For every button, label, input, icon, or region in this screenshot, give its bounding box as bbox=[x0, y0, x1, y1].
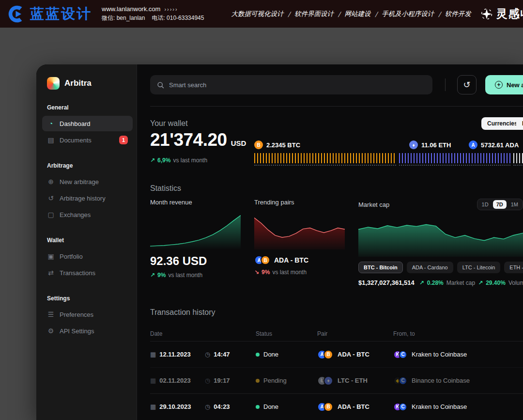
main-content: ↺ + New arbitrage Your wallet Currencies… bbox=[137, 64, 523, 420]
ada-amount: 5732.61 ADA bbox=[481, 141, 519, 149]
chip-ltc-litecoin[interactable]: LTC - Litecoin bbox=[457, 262, 501, 273]
clock-icon: ◷ bbox=[205, 351, 210, 358]
pair-label: LTC - ETH bbox=[338, 377, 368, 384]
delta-percent: 6,9% bbox=[157, 157, 170, 164]
nav-link-bigdata[interactable]: 大数据可视化设计 bbox=[231, 10, 283, 18]
sidebar-item-api-settings[interactable]: ⚙ API Settings bbox=[42, 323, 133, 339]
trending-pairs-chart bbox=[254, 210, 345, 249]
desktop-background: Arbitra General ◔ Dashboard ▤ Documents … bbox=[0, 28, 523, 420]
trend-up-icon: ↗ bbox=[419, 280, 424, 286]
status-label: Pending bbox=[263, 377, 287, 384]
route-label: Kraken to Coinbase bbox=[412, 351, 467, 358]
delta-percent: 9% bbox=[262, 269, 270, 276]
search-input-wrap[interactable] bbox=[150, 75, 432, 94]
new-arbitrage-button[interactable]: + New arbitrage bbox=[485, 75, 523, 94]
chip-btc-bitcoin[interactable]: BTC - Bitcoin bbox=[358, 262, 403, 273]
clock-icon: ◷ bbox=[205, 403, 210, 410]
nav-link-website[interactable]: 网站建设 bbox=[345, 10, 371, 18]
transaction-row[interactable]: ▦02.11.2023 ◷19:17 Pending Ł♦ LTC - ETH … bbox=[150, 367, 523, 393]
inspiration-collect[interactable]: 灵感收集 bbox=[481, 6, 523, 21]
banner-url[interactable]: www.lanlanwork.com bbox=[102, 5, 160, 13]
sidebar-section-general: General bbox=[47, 104, 128, 111]
sidebar-item-new-arbitrage[interactable]: ⊕ New arbitrage bbox=[42, 174, 133, 189]
tx-time: 04:23 bbox=[214, 403, 230, 410]
nav-link-mobile-miniapp[interactable]: 手机及小程序设计 bbox=[382, 10, 434, 18]
status-cell: Pending bbox=[256, 377, 317, 384]
wallet-section: Your wallet Currencies Exchanges 21'374.… bbox=[150, 119, 523, 172]
route-label: Binance to Coinbase bbox=[412, 377, 470, 384]
range-tabs: 1D 7D 1M bbox=[477, 199, 523, 210]
delta-suffix: vs last month bbox=[173, 157, 207, 164]
banner-wechat: 微信: ben_lanlan bbox=[102, 14, 145, 22]
lanlan-logo[interactable]: 蓝蓝设计 bbox=[8, 4, 92, 24]
from-to-cell: ◆C Binance to Coinbase bbox=[393, 376, 505, 385]
sidebar-item-arbitrage-history[interactable]: ↺ Arbitrage history bbox=[42, 190, 133, 206]
transaction-row[interactable]: ▦12.11.2023 ◷14:47 Done AB ADA - BTC KC … bbox=[150, 341, 523, 367]
eth-balance: ♦ 11.06 ETH bbox=[409, 140, 451, 149]
history-clock-icon: ↺ bbox=[463, 79, 470, 90]
coinbase-icon: C bbox=[399, 350, 407, 359]
transfer-arrows-icon: ⇄ bbox=[47, 269, 55, 277]
wallet-title: Your wallet bbox=[150, 119, 523, 128]
sidebar-item-portfolio[interactable]: ▣ Portfolio bbox=[42, 249, 133, 264]
banner-nav: 大数据可视化设计 / 软件界面设计 / 网站建设 / 手机及小程序设计 / 软件… bbox=[231, 10, 471, 18]
status-dot-done bbox=[256, 405, 260, 409]
box-icon: ▢ bbox=[47, 211, 55, 218]
sidebar-item-dashboard[interactable]: ◔ Dashboard bbox=[42, 116, 133, 131]
nav-separator: / bbox=[438, 10, 441, 18]
balance-value: 21'374.20 bbox=[150, 130, 227, 150]
exchanges-button[interactable]: Exchanges bbox=[516, 117, 523, 130]
tx-time: 19:17 bbox=[214, 377, 230, 384]
pair-cell: AB ADA - BTC bbox=[317, 402, 393, 412]
trend-down-icon: ↘ bbox=[254, 269, 259, 276]
statistics-title: Statistics bbox=[150, 184, 523, 193]
sidebar-item-documents[interactable]: ▤ Documents 1 bbox=[42, 132, 133, 148]
pair-label: ADA - BTC bbox=[274, 256, 308, 264]
status-cell: Done bbox=[256, 403, 317, 410]
statistics-section: Statistics Month revenue 92.36 USD bbox=[150, 184, 523, 296]
nav-link-software-ui[interactable]: 软件界面设计 bbox=[294, 10, 334, 18]
new-arbitrage-button-label: New arbitrage bbox=[507, 81, 523, 89]
chip-ada-cardano[interactable]: ADA - Cardano bbox=[407, 262, 453, 273]
history-button[interactable]: ↺ bbox=[457, 75, 477, 94]
market-cap-card: Market cap 1D 7D 1M bbox=[358, 199, 523, 286]
delta-percent: 9% bbox=[157, 272, 166, 279]
sidebar-item-label: API Settings bbox=[60, 327, 94, 335]
transaction-history-title: Transaction history bbox=[150, 308, 523, 317]
market-cap-delta-label: Market cap bbox=[446, 280, 475, 286]
tab-7d[interactable]: 7D bbox=[493, 200, 507, 209]
sidebar-item-transactions[interactable]: ⇄ Transactions bbox=[42, 265, 133, 280]
pair-coin-icons: A B bbox=[254, 255, 270, 265]
search-input[interactable] bbox=[169, 81, 426, 89]
pair-label: ADA - BTC bbox=[338, 351, 369, 358]
tab-1d[interactable]: 1D bbox=[478, 200, 492, 209]
sidebar-item-label: Documents bbox=[60, 137, 92, 144]
top-banner: 蓝蓝设计 www.lanlanwork.com ››››› 微信: ben_la… bbox=[0, 0, 523, 28]
tab-1m[interactable]: 1M bbox=[508, 200, 522, 209]
trend-up-icon: ↗ bbox=[478, 280, 483, 286]
toolbar-divider bbox=[445, 78, 446, 91]
arbitra-brand: Arbitra bbox=[47, 77, 128, 90]
nav-separator: / bbox=[375, 10, 378, 18]
nav-link-software-dev[interactable]: 软件开发 bbox=[445, 10, 471, 18]
from-to-cell: KC Kraken to Coinbase bbox=[393, 403, 505, 411]
chip-eth-ethereum[interactable]: ETH - Ethereum bbox=[504, 262, 523, 273]
pair-cell: Ł♦ LTC - ETH bbox=[317, 376, 393, 386]
eth-icon: ♦ bbox=[409, 140, 418, 149]
sidebar-item-preferences[interactable]: ☰ Preferences bbox=[42, 307, 133, 322]
month-revenue-title: Month revenue bbox=[150, 199, 241, 206]
month-revenue-delta: ↗ 9% vs last month bbox=[150, 272, 241, 279]
eth-bars bbox=[399, 153, 510, 166]
trend-up-icon: ↗ bbox=[150, 272, 155, 279]
column-date: Date bbox=[150, 330, 256, 337]
sidebar-item-label: Exchanges bbox=[60, 211, 91, 218]
transaction-row[interactable]: ▦29.10.2023 ◷04:23 Done AB ADA - BTC KC … bbox=[150, 393, 523, 420]
ada-bars bbox=[513, 153, 523, 166]
date-cell: ▦12.11.2023 ◷14:47 bbox=[150, 351, 256, 358]
sidebar-item-label: Dashboard bbox=[60, 120, 91, 127]
banner-contact: www.lanlanwork.com ››››› 微信: ben_lanlan … bbox=[102, 5, 204, 22]
column-status: Status bbox=[256, 330, 317, 337]
calendar-icon: ▦ bbox=[150, 351, 156, 358]
sidebar-item-label: New arbitrage bbox=[60, 178, 99, 186]
sidebar-item-exchanges[interactable]: ▢ Exchanges bbox=[42, 207, 133, 222]
